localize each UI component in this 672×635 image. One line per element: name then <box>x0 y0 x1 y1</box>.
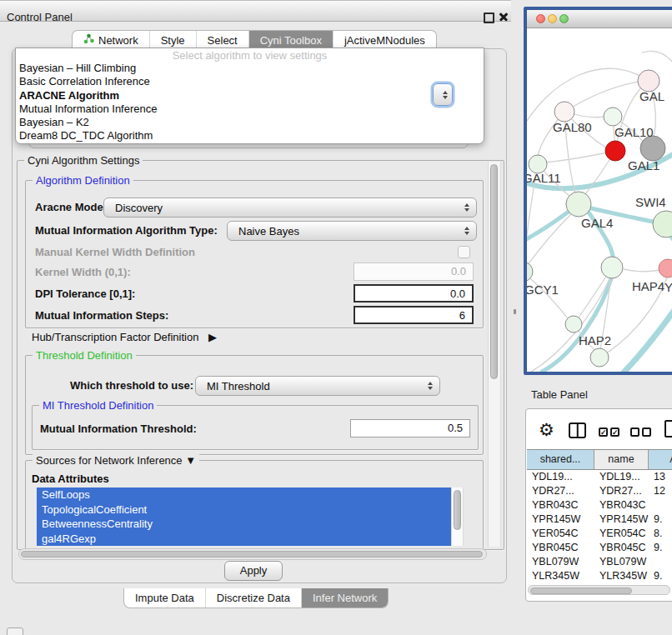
table-panel-title: Table Panel <box>531 388 588 401</box>
algorithm-option[interactable]: Mutual Information Inference <box>16 102 484 116</box>
network-node[interactable] <box>566 192 591 217</box>
network-node[interactable] <box>554 102 574 122</box>
table-horizontal-scrollbar[interactable] <box>528 585 670 595</box>
cyni-bottom-tabbar: Impute Data Discretize Data Infer Networ… <box>123 588 389 608</box>
scrollbar-thumb[interactable] <box>490 164 498 379</box>
table-cell: YLR345W <box>527 569 594 583</box>
data-attribute-item[interactable]: gal4RGexp <box>37 532 451 547</box>
table-cell: YBR045C <box>594 541 649 555</box>
table-row[interactable]: YER054CYER054C8. <box>527 527 672 541</box>
algorithm-option[interactable]: Dream8 DC_TDC Algorithm <box>16 129 484 142</box>
collapsed-panel-button[interactable] <box>7 628 23 635</box>
table-cell: 13 <box>649 470 672 484</box>
network-node[interactable] <box>527 262 533 282</box>
chevron-updown-icon <box>464 227 469 235</box>
algorithm-option[interactable]: Bayesian – Hill Climbing <box>16 62 484 75</box>
algorithm-popup-list: Bayesian – Hill ClimbingBasic Correlatio… <box>16 62 484 143</box>
table-cell: YER054C <box>527 527 594 541</box>
table-cell: YBR043C <box>527 498 594 512</box>
aracne-mode-combo[interactable]: Discovery <box>103 198 477 218</box>
network-node[interactable] <box>659 259 672 278</box>
manual-kernel-checkbox[interactable] <box>458 246 470 258</box>
apply-button[interactable]: Apply <box>224 561 283 581</box>
column-header-third[interactable]: A <box>649 450 672 469</box>
settings-horizontal-scrollbar[interactable] <box>18 548 487 560</box>
table-cell: YBR045C <box>527 541 594 555</box>
table-row[interactable]: YDL19...YDL19...13 <box>527 470 672 484</box>
table-cell: YLR345W <box>594 569 649 583</box>
network-edge <box>527 212 573 272</box>
network-window-titlebar[interactable] <box>527 10 672 28</box>
dpi-tolerance-field[interactable]: 0.0 <box>354 284 474 302</box>
network-node-label: GAL4 <box>581 216 613 230</box>
table-header: shared... name A <box>527 449 672 470</box>
network-edge <box>545 151 615 162</box>
tab-impute-data[interactable]: Impute Data <box>124 588 206 608</box>
mi-threshold-field[interactable]: 0.5 <box>350 419 470 438</box>
hub-section-toggle[interactable]: Hub/Transcription Factor Definition ▶ <box>32 331 217 343</box>
kernel-width-label: Kernel Width (0,1): <box>35 262 131 282</box>
scrollbar-thumb[interactable] <box>454 490 461 530</box>
network-node[interactable] <box>605 141 625 161</box>
table-row[interactable]: YLR345WYLR345W9. <box>527 569 672 583</box>
table-row[interactable]: YDR27...YDR27...12 <box>527 484 672 498</box>
network-node-label: GAL1 <box>628 158 659 172</box>
mi-threshold-definition-title: MI Threshold Definition <box>39 399 157 412</box>
table-row[interactable]: YBR043CYBR043C <box>527 498 672 512</box>
checked-pair-icon[interactable]: ✓✓ <box>599 428 619 437</box>
algorithm-option[interactable]: ARACNE Algorithm <box>16 89 484 102</box>
mi-type-combo[interactable]: Naive Bayes <box>227 221 477 241</box>
network-node[interactable] <box>590 348 609 367</box>
data-attribute-item[interactable]: SelfLoops <box>37 488 451 502</box>
close-icon[interactable] <box>499 12 509 22</box>
document-icon[interactable] <box>664 420 672 438</box>
data-attribute-item[interactable]: TopologicalCoefficient <box>37 502 451 518</box>
which-threshold-combo[interactable]: MI Threshold <box>195 376 440 396</box>
table-cell: YDR27... <box>594 484 649 498</box>
column-header-shared[interactable]: shared... <box>527 450 594 469</box>
network-node[interactable] <box>640 136 665 161</box>
table-cell <box>649 498 672 512</box>
tab-discretize-data[interactable]: Discretize Data <box>206 588 302 608</box>
scrollbar-thumb[interactable] <box>530 588 632 594</box>
network-node[interactable] <box>601 257 623 278</box>
table-row[interactable]: YBR045CYBR045C9. <box>527 541 672 555</box>
table-cell: 12 <box>649 484 672 498</box>
chevron-updown-icon <box>464 203 469 212</box>
column-header-name[interactable]: name <box>594 450 649 469</box>
zoom-traffic-light-icon[interactable] <box>559 14 569 23</box>
network-node-label: HAP4 <box>632 279 664 293</box>
close-traffic-light-icon[interactable] <box>536 14 545 23</box>
table-row[interactable]: YBL079WYBL079W <box>527 555 672 569</box>
split-columns-icon[interactable] <box>569 422 586 438</box>
splitter-handle[interactable] <box>514 309 516 314</box>
attributes-scrollbar[interactable] <box>451 488 464 546</box>
kernel-width-field[interactable]: 0.0 <box>354 262 474 281</box>
scrollbar-thumb[interactable] <box>21 551 483 558</box>
algorithm-option[interactable]: Bayesian – K2 <box>16 116 484 129</box>
minimize-traffic-light-icon[interactable] <box>548 14 557 23</box>
network-node-label: HAP2 <box>579 333 611 348</box>
unchecked-pair-icon[interactable] <box>630 428 651 437</box>
table-rows: YDL19...YDL19...13YDR27...YDR27...12YBR0… <box>527 470 672 585</box>
table-cell: YDR27... <box>527 484 594 498</box>
network-canvas[interactable]: GALGAL80GAL10GAL1GAL11GAL4SWI4GCY1HAP4YH… <box>527 28 672 372</box>
threshold-definition-title: Threshold Definition <box>33 349 136 362</box>
data-attribute-item[interactable]: BetweennessCentrality <box>37 517 451 532</box>
inference-algorithm-combo-fragment[interactable] <box>433 83 453 106</box>
table-cell: YPR145W <box>527 512 594 527</box>
gear-icon[interactable]: ⚙ <box>539 421 554 438</box>
float-icon[interactable] <box>484 12 494 23</box>
table-row[interactable]: YPR145WYPR145W9. <box>527 512 672 527</box>
network-edge <box>564 82 639 112</box>
algorithm-option[interactable]: Basic Correlation Inference <box>16 75 484 88</box>
network-node[interactable] <box>653 211 672 238</box>
tab-infer-network[interactable]: Infer Network <box>302 588 388 608</box>
settings-vertical-scrollbar[interactable] <box>488 162 501 547</box>
table-cell: 9. <box>649 569 672 583</box>
sources-title[interactable]: Sources for Network Inference ▼ <box>33 454 199 467</box>
network-node[interactable] <box>604 108 622 126</box>
manual-kernel-label: Manual Kernel Width Definition <box>35 242 195 262</box>
network-node[interactable] <box>565 316 582 332</box>
mi-steps-field[interactable]: 6 <box>354 306 474 324</box>
